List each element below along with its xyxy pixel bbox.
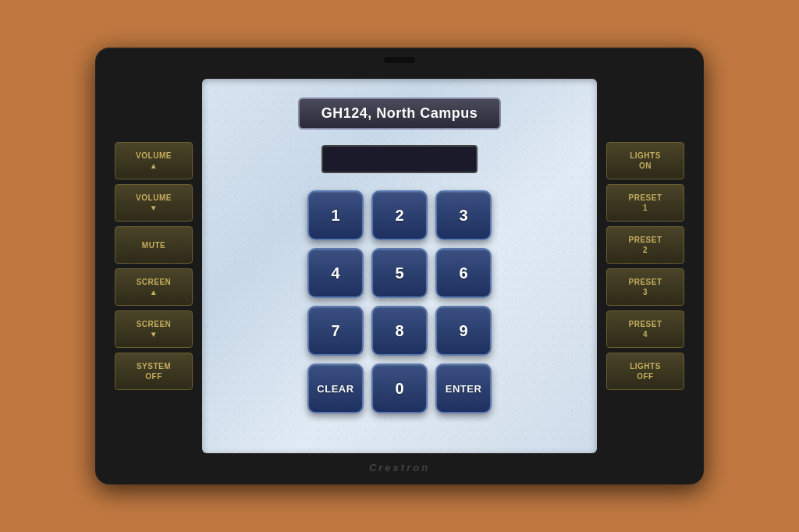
right-btn-lights-on[interactable]: LIGHTS ON	[606, 142, 684, 179]
left-btn-mute[interactable]: MUTE	[115, 226, 193, 264]
right-btn-preset-4[interactable]: PRESET 4	[606, 310, 684, 348]
key-enter[interactable]: ENTER	[435, 364, 492, 413]
key-clear[interactable]: CLEAR	[307, 364, 364, 413]
device-panel: VOLUME ▲VOLUME ▼MUTESCREEN ▲SCREEN ▼SYST…	[95, 48, 704, 484]
title-bar: GH124, North Campus	[298, 98, 502, 129]
left-btn-screen-down[interactable]: SCREEN ▼	[115, 310, 193, 348]
left-btn-volume-up[interactable]: VOLUME ▲	[115, 142, 193, 179]
key-0[interactable]: 0	[371, 364, 428, 413]
right-btn-lights-off[interactable]: LIGHTS OFF	[606, 353, 684, 390]
key-8[interactable]: 8	[371, 306, 428, 356]
display-input	[321, 145, 478, 173]
left-btn-volume-down[interactable]: VOLUME ▼	[115, 184, 193, 222]
key-6[interactable]: 6	[435, 248, 492, 298]
right-button-column: LIGHTS ONPRESET 1PRESET 2PRESET 3PRESET …	[606, 142, 684, 390]
left-button-column: VOLUME ▲VOLUME ▼MUTESCREEN ▲SCREEN ▼SYST…	[115, 142, 193, 390]
key-9[interactable]: 9	[435, 306, 492, 356]
key-7[interactable]: 7	[307, 306, 364, 356]
key-3[interactable]: 3	[435, 190, 492, 240]
key-2[interactable]: 2	[371, 190, 428, 240]
left-btn-screen-up[interactable]: SCREEN ▲	[115, 268, 193, 306]
left-btn-system-off[interactable]: SYSTEM OFF	[115, 353, 193, 390]
brand-logo: Crestron	[369, 462, 430, 473]
right-btn-preset-2[interactable]: PRESET 2	[606, 226, 684, 264]
keypad: 123456789CLEAR0ENTER	[307, 190, 492, 413]
right-btn-preset-1[interactable]: PRESET 1	[606, 184, 684, 222]
right-btn-preset-3[interactable]: PRESET 3	[606, 268, 684, 306]
device-inner: VOLUME ▲VOLUME ▼MUTESCREEN ▲SCREEN ▼SYST…	[115, 67, 684, 465]
sensor-notch	[384, 57, 415, 63]
key-4[interactable]: 4	[307, 248, 364, 298]
key-5[interactable]: 5	[371, 248, 428, 298]
screen-area: GH124, North Campus 123456789CLEAR0ENTER	[202, 79, 597, 453]
key-1[interactable]: 1	[307, 190, 364, 240]
